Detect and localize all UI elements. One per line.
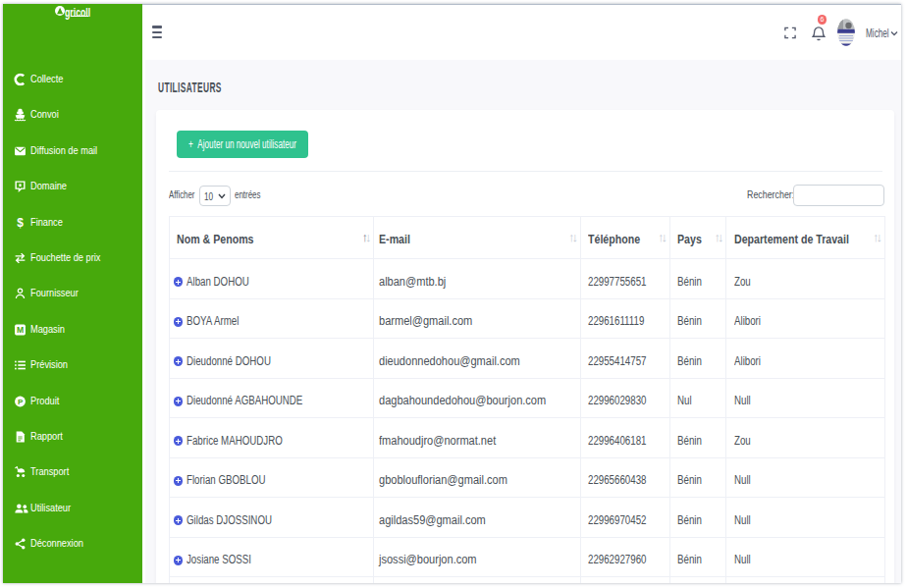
svg-text:M: M [17, 325, 24, 335]
svg-text:$: $ [17, 216, 24, 229]
svg-text:P: P [18, 398, 24, 406]
